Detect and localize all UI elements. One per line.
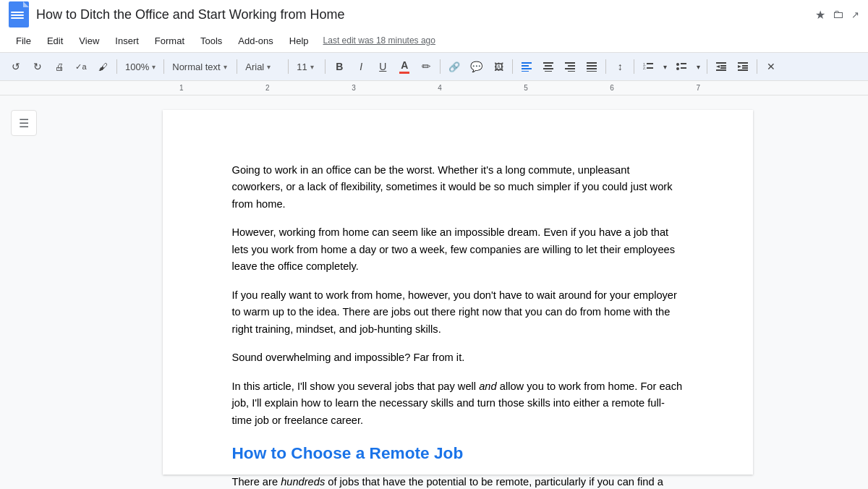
paragraph-3: If you really want to work from home, ho… bbox=[232, 287, 684, 338]
svg-point-20 bbox=[676, 63, 679, 66]
document-area[interactable]: Going to work in an office can be the wo… bbox=[47, 95, 868, 489]
paragraph-5: In this article, I'll show you several j… bbox=[232, 378, 684, 429]
svg-point-22 bbox=[676, 67, 679, 70]
svg-rect-19 bbox=[647, 67, 653, 69]
ruler: 1 2 3 4 5 6 7 bbox=[0, 81, 868, 95]
image-button[interactable]: 🖼 bbox=[488, 56, 509, 77]
menu-insert[interactable]: Insert bbox=[108, 33, 146, 49]
outline-button[interactable]: ☰ bbox=[11, 110, 37, 136]
align-right-button[interactable] bbox=[560, 56, 580, 77]
svg-rect-21 bbox=[681, 63, 686, 64]
align-center-button[interactable] bbox=[538, 56, 558, 77]
font-selector[interactable]: Arial ▾ bbox=[241, 56, 284, 77]
divider-3 bbox=[237, 59, 237, 74]
menu-help[interactable]: Help bbox=[282, 33, 316, 49]
star-icon[interactable]: ★ bbox=[815, 8, 825, 22]
svg-rect-31 bbox=[742, 65, 748, 67]
folder-icon[interactable]: 🗀 bbox=[833, 8, 844, 21]
bold-button[interactable]: B bbox=[329, 56, 349, 77]
svg-rect-3 bbox=[522, 71, 529, 72]
paragraph-1: Going to work in an office can be the wo… bbox=[232, 162, 684, 213]
svg-rect-32 bbox=[738, 69, 748, 71]
svg-rect-13 bbox=[587, 65, 597, 67]
svg-rect-15 bbox=[587, 71, 597, 72]
menu-addons[interactable]: Add-ons bbox=[231, 33, 280, 49]
menu-file[interactable]: File bbox=[9, 33, 38, 49]
svg-rect-28 bbox=[720, 67, 726, 69]
divider-10 bbox=[707, 59, 707, 74]
bulleted-list-arrow[interactable]: ▾ bbox=[693, 56, 703, 77]
svg-rect-9 bbox=[568, 65, 575, 67]
divider-4 bbox=[288, 59, 289, 74]
undo-button[interactable]: ↺ bbox=[6, 56, 26, 77]
spellcheck-button[interactable]: ✓a bbox=[71, 56, 91, 77]
toolbar: ↺ ↻ 🖨 ✓a 🖌 100% ▾ Normal text ▾ Arial ▾ … bbox=[0, 52, 868, 81]
svg-rect-7 bbox=[545, 71, 552, 72]
font-size-selector[interactable]: 11 ▾ bbox=[292, 56, 321, 77]
svg-rect-29 bbox=[738, 62, 748, 64]
main-area: ☰ Going to work in an office can be the … bbox=[0, 95, 868, 489]
comment-button[interactable]: 💬 bbox=[466, 56, 487, 77]
paragraph-2: However, working from home can seem like… bbox=[232, 224, 684, 275]
svg-marker-30 bbox=[738, 65, 741, 68]
svg-rect-12 bbox=[587, 62, 597, 64]
title-bar: How to Ditch the Office and Start Workin… bbox=[0, 0, 868, 29]
menu-tools[interactable]: Tools bbox=[193, 33, 229, 49]
zoom-selector[interactable]: 100% ▾ bbox=[121, 56, 160, 77]
line-spacing-button[interactable]: ↕ bbox=[610, 56, 630, 77]
style-selector[interactable]: Normal text ▾ bbox=[168, 56, 233, 77]
underline-button[interactable]: U bbox=[373, 56, 393, 77]
svg-rect-5 bbox=[545, 65, 552, 67]
svg-rect-4 bbox=[543, 62, 553, 64]
doc-icon bbox=[9, 1, 29, 27]
svg-rect-17 bbox=[647, 63, 653, 64]
svg-rect-0 bbox=[522, 62, 532, 64]
divider-8 bbox=[605, 59, 606, 74]
svg-rect-23 bbox=[681, 67, 686, 69]
svg-rect-26 bbox=[720, 65, 726, 67]
link-button[interactable]: 🔗 bbox=[444, 56, 464, 77]
heading-remote-job: How to Choose a Remote Job bbox=[232, 441, 684, 465]
left-sidebar: ☰ bbox=[0, 95, 47, 489]
paragraph-6: There are hundreds of jobs that have the… bbox=[232, 474, 684, 489]
increase-indent-button[interactable] bbox=[733, 56, 753, 77]
menu-format[interactable]: Format bbox=[148, 33, 192, 49]
clear-formatting-button[interactable]: ✕ bbox=[761, 56, 781, 77]
svg-rect-1 bbox=[522, 65, 529, 67]
menu-bar: File Edit View Insert Format Tools Add-o… bbox=[0, 29, 868, 52]
print-button[interactable]: 🖨 bbox=[49, 56, 69, 77]
redo-button[interactable]: ↻ bbox=[27, 56, 48, 77]
divider-5 bbox=[325, 59, 326, 74]
svg-rect-27 bbox=[716, 69, 726, 71]
svg-rect-11 bbox=[568, 71, 575, 72]
decrease-indent-button[interactable] bbox=[711, 56, 731, 77]
ruler-marks: 1 2 3 4 5 6 7 bbox=[179, 84, 700, 92]
divider-7 bbox=[512, 59, 513, 74]
svg-rect-2 bbox=[522, 68, 532, 69]
last-edit-status: Last edit was 18 minutes ago bbox=[323, 35, 435, 46]
italic-button[interactable]: I bbox=[351, 56, 371, 77]
document-page[interactable]: Going to work in an office can be the wo… bbox=[163, 110, 753, 475]
menu-view[interactable]: View bbox=[72, 33, 106, 49]
svg-rect-10 bbox=[565, 68, 575, 69]
highlight-button[interactable]: ✏ bbox=[416, 56, 436, 77]
doc-icon-lines bbox=[9, 7, 29, 22]
bulleted-list-button[interactable] bbox=[671, 56, 692, 77]
numbered-list-arrow[interactable]: ▾ bbox=[660, 56, 670, 77]
divider-1 bbox=[116, 59, 117, 74]
numbered-list-button[interactable]: 1. 2. bbox=[638, 56, 658, 77]
paint-format-button[interactable]: 🖌 bbox=[93, 56, 113, 77]
top-right-icon: ↗ bbox=[851, 9, 859, 20]
align-left-button[interactable] bbox=[516, 56, 537, 77]
document-title[interactable]: How to Ditch the Office and Start Workin… bbox=[36, 7, 808, 22]
justify-button[interactable] bbox=[582, 56, 602, 77]
svg-rect-33 bbox=[742, 67, 748, 69]
paragraph-4: Sound overwhelming and impossible? Far f… bbox=[232, 349, 684, 366]
divider-6 bbox=[440, 59, 441, 74]
svg-marker-25 bbox=[716, 65, 720, 68]
divider-11 bbox=[757, 59, 757, 74]
svg-rect-24 bbox=[716, 62, 726, 64]
divider-2 bbox=[163, 59, 164, 74]
menu-edit[interactable]: Edit bbox=[40, 33, 70, 49]
font-color-button[interactable]: A bbox=[394, 56, 414, 77]
